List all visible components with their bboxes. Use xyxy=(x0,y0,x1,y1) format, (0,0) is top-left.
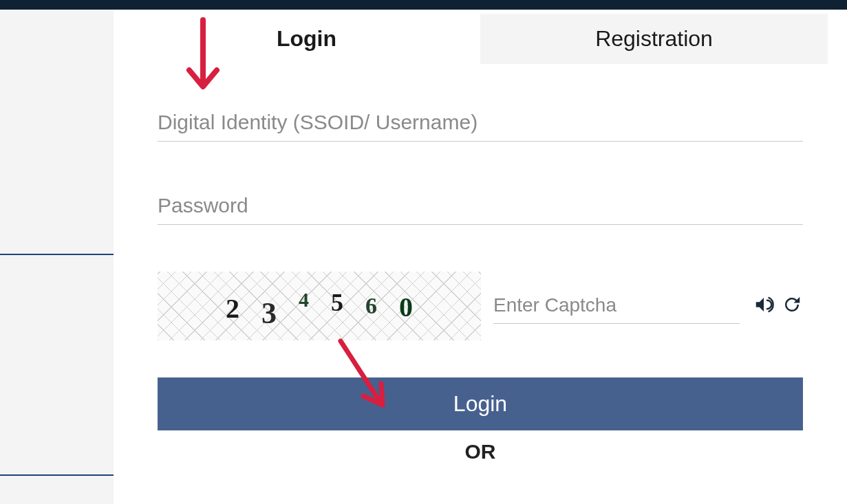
or-divider-text: OR xyxy=(158,440,803,463)
ssoid-input[interactable] xyxy=(158,105,803,142)
captcha-digit: 6 xyxy=(354,293,388,319)
captcha-image: 2 3 4 5 6 0 xyxy=(158,272,481,340)
captcha-row: 2 3 4 5 6 0 xyxy=(158,272,803,340)
captcha-refresh-icon[interactable] xyxy=(781,294,803,318)
captcha-audio-icon[interactable] xyxy=(752,294,775,318)
top-nav-bar xyxy=(0,0,847,10)
captcha-digit: 2 xyxy=(215,292,250,325)
captcha-input[interactable] xyxy=(493,289,740,324)
tab-registration[interactable]: Registration xyxy=(480,14,828,64)
login-button[interactable]: Login xyxy=(158,377,803,430)
password-input[interactable] xyxy=(158,188,803,225)
captcha-digit: 0 xyxy=(388,291,424,323)
auth-tabs: Login Registration xyxy=(133,14,828,64)
captcha-digit: 4 xyxy=(288,288,320,311)
login-form: 2 3 4 5 6 0 xyxy=(133,64,828,463)
captcha-controls xyxy=(752,294,803,318)
captcha-digit: 5 xyxy=(320,288,354,317)
sidebar xyxy=(0,10,114,504)
tab-login[interactable]: Login xyxy=(133,14,480,64)
main-panel: Login Registration 2 3 4 5 6 0 xyxy=(114,10,847,504)
captcha-digit: 3 xyxy=(250,296,288,331)
captcha-digits: 2 3 4 5 6 0 xyxy=(215,289,424,324)
